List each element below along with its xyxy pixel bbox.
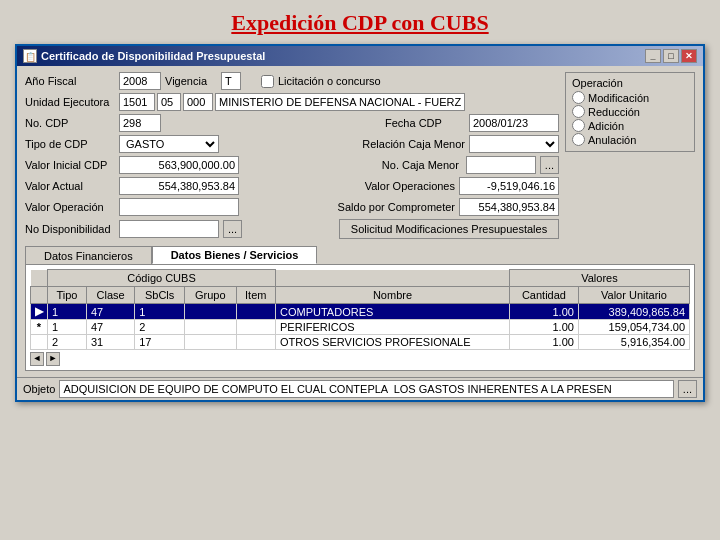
cubs-table: Código CUBS Valores Tipo Clase SbCls Gru… [30, 269, 690, 350]
form-content: Año Fiscal Vigencia Licitación o concurs… [17, 66, 703, 377]
adicion-label: Adición [588, 120, 624, 132]
no-disponibilidad-input[interactable] [119, 220, 219, 238]
relacion-caja-menor-label: Relación Caja Menor [362, 138, 465, 150]
vigencia-label: Vigencia [165, 75, 217, 87]
operacion-panel: Operación Modificación Reducción Adición… [565, 72, 695, 152]
no-cdp-input[interactable] [119, 114, 161, 132]
ue3-input[interactable] [183, 93, 213, 111]
objeto-label: Objeto [23, 383, 55, 395]
tab-financieros[interactable]: Datos Financieros [25, 246, 152, 264]
no-caja-menor-label: No. Caja Menor [382, 159, 462, 171]
window-controls: _ □ ✕ [645, 49, 697, 63]
no-cdp-label: No. CDP [25, 117, 115, 129]
maximize-button[interactable]: □ [663, 49, 679, 63]
valor-inicial-input[interactable] [119, 156, 239, 174]
title-bar: 📋 Certificado de Disponibilidad Presupue… [17, 46, 703, 66]
no-disponibilidad-browse-button[interactable]: ... [223, 220, 242, 238]
tab-bar: Datos Financieros Datos Bienes / Servici… [25, 246, 695, 264]
no-caja-menor-input[interactable] [466, 156, 536, 174]
unidad-ejecutora-label: Unidad Ejecutora [25, 96, 115, 108]
ano-fiscal-input[interactable] [119, 72, 161, 90]
tab-bienes[interactable]: Datos Bienes / Servicios [152, 246, 318, 264]
modificacion-radio[interactable] [572, 91, 585, 104]
minimize-button[interactable]: _ [645, 49, 661, 63]
tab-content-bienes: Código CUBS Valores Tipo Clase SbCls Gru… [25, 264, 695, 371]
objeto-more-button[interactable]: ... [678, 380, 697, 398]
anulacion-radio[interactable] [572, 133, 585, 146]
page-title: Expedición CDP con CUBS [231, 10, 488, 36]
tipo-cdp-select[interactable]: GASTO [119, 135, 219, 153]
fecha-cdp-input[interactable] [469, 114, 559, 132]
ue2-input[interactable] [157, 93, 181, 111]
valor-operacion-input[interactable] [119, 198, 239, 216]
valor-actual-label: Valor Actual [25, 180, 115, 192]
col-nombre: Nombre [276, 287, 510, 304]
no-disponibilidad-label: No Disponibilidad [25, 223, 115, 235]
tipo-cdp-label: Tipo de CDP [25, 138, 115, 150]
col-clase: Clase [86, 287, 134, 304]
window-title: Certificado de Disponibilidad Presupuest… [41, 50, 265, 62]
valores-header: Valores [509, 270, 689, 287]
operacion-title: Operación [572, 77, 688, 89]
ue4-input[interactable] [215, 93, 465, 111]
col-cantidad: Cantidad [509, 287, 578, 304]
no-caja-menor-browse-button[interactable]: ... [540, 156, 559, 174]
saldo-comprometer-input[interactable] [459, 198, 559, 216]
vigencia-input[interactable] [221, 72, 241, 90]
adicion-radio[interactable] [572, 119, 585, 132]
valor-actual-input[interactable] [119, 177, 239, 195]
cubs-table-wrap: Código CUBS Valores Tipo Clase SbCls Gru… [30, 269, 690, 350]
table-row[interactable]: 23117OTROS SERVICIOS PROFESIONALE1.005,9… [31, 335, 690, 350]
licitacion-checkbox[interactable] [261, 75, 274, 88]
ano-fiscal-label: Año Fiscal [25, 75, 115, 87]
col-tipo: Tipo [48, 287, 87, 304]
scroll-right-button[interactable]: ► [46, 352, 60, 366]
objeto-input[interactable] [59, 380, 673, 398]
col-sbcls: SbCls [135, 287, 185, 304]
bottom-bar: Objeto ... [17, 377, 703, 400]
ue1-input[interactable] [119, 93, 155, 111]
valor-operaciones-input[interactable] [459, 177, 559, 195]
close-button[interactable]: ✕ [681, 49, 697, 63]
licitacion-label: Licitación o concurso [278, 75, 381, 87]
anulacion-label: Anulación [588, 134, 636, 146]
col-grupo: Grupo [185, 287, 236, 304]
valor-operaciones-label: Valor Operaciones [365, 180, 455, 192]
modificacion-label: Modificación [588, 92, 649, 104]
fecha-cdp-label: Fecha CDP [385, 117, 465, 129]
table-row[interactable]: ▶1471COMPUTADORES1.00389,409,865.84 [31, 304, 690, 320]
saldo-comprometer-label: Saldo por Comprometer [338, 201, 455, 213]
table-row[interactable]: *1472PERIFERICOS1.00159,054,734.00 [31, 320, 690, 335]
reduccion-label: Reducción [588, 106, 640, 118]
col-item: Item [236, 287, 276, 304]
main-window: 📋 Certificado de Disponibilidad Presupue… [15, 44, 705, 402]
scroll-left-button[interactable]: ◄ [30, 352, 44, 366]
col-valor-unitario: Valor Unitario [578, 287, 689, 304]
valor-inicial-label: Valor Inicial CDP [25, 159, 115, 171]
codigo-cubs-header: Código CUBS [48, 270, 276, 287]
relacion-caja-menor-select[interactable] [469, 135, 559, 153]
reduccion-radio[interactable] [572, 105, 585, 118]
valor-operacion-label: Valor Operación [25, 201, 115, 213]
table-scroll-area: ◄ ► [30, 352, 690, 366]
window-icon: 📋 [23, 49, 37, 63]
col-marker [31, 287, 48, 304]
solicitud-modificaciones-button[interactable]: Solicitud Modificaciones Presupuestales [339, 219, 559, 239]
